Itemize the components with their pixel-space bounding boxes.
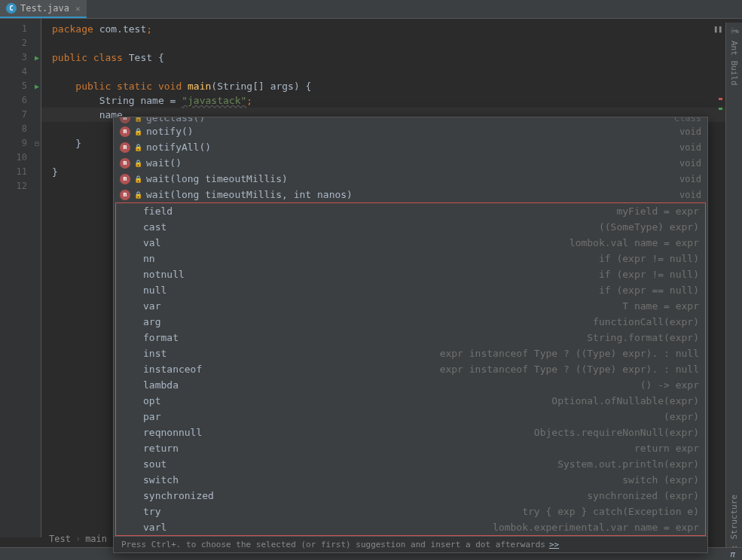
- completion-item-template[interactable]: switchswitch (expr): [116, 472, 705, 488]
- line-number: 5: [0, 79, 27, 93]
- completion-item-template[interactable]: argfunctionCall(expr): [116, 314, 705, 330]
- lock-icon: 🔒: [134, 160, 142, 167]
- run-icon[interactable]: ▶: [35, 50, 39, 65]
- completion-item-name: wait(long timeoutMillis): [146, 173, 288, 184]
- template-name: return: [143, 443, 179, 454]
- completion-item-template[interactable]: trytry { exp } catch(Exception e): [116, 504, 705, 519]
- completion-item-method[interactable]: m🔒wait()void: [114, 155, 707, 171]
- structure-tool[interactable]: 7: Structure: [729, 495, 739, 554]
- editor-tab[interactable]: C Test.java ✕: [0, 0, 87, 18]
- punct: ;: [246, 95, 252, 106]
- punct: {: [306, 81, 312, 92]
- completion-popup: m🔒getClass()Classm🔒notify()voidm🔒notifyA…: [113, 117, 708, 553]
- completion-item-method[interactable]: m🔒wait(long timeoutMillis, int nanos)voi…: [114, 187, 707, 202]
- breadcrumb-class[interactable]: Test: [49, 534, 71, 544]
- var: name: [140, 95, 163, 106]
- template-expansion: if (expr == null): [599, 285, 699, 296]
- template-expansion: Objects.requireNonNull(expr): [534, 427, 699, 438]
- template-name: null: [143, 285, 166, 296]
- completion-item-template[interactable]: nnif (expr != null): [116, 251, 705, 266]
- line-number: 4: [0, 65, 27, 79]
- string-literal: "javastack": [182, 95, 246, 106]
- completion-item-template[interactable]: reqnonnullObjects.requireNonNull(expr): [116, 425, 705, 440]
- method-icon: m: [120, 117, 130, 123]
- completion-item-template[interactable]: nullif (expr == null): [116, 282, 705, 298]
- fold-icon[interactable]: ⊟: [35, 136, 39, 151]
- completion-item-template[interactable]: notnullif (expr != null): [116, 266, 705, 282]
- line-number: 11: [0, 165, 27, 179]
- completion-item-template[interactable]: cast((SomeType) expr): [116, 219, 705, 235]
- completion-item-type: void: [679, 174, 701, 184]
- line-number: 2: [0, 36, 27, 50]
- template-name: format: [143, 332, 179, 343]
- breadcrumb-method[interactable]: main: [85, 534, 107, 544]
- template-expansion: ((SomeType) expr): [599, 221, 699, 233]
- completion-item-name: wait(): [146, 157, 182, 169]
- completion-item-template[interactable]: varT name = expr: [116, 298, 705, 314]
- chevron-right-icon: ›: [75, 534, 81, 544]
- run-icon[interactable]: ▶: [35, 79, 39, 93]
- completion-item-method[interactable]: m🔒wait(long timeoutMillis)void: [114, 171, 707, 187]
- completion-item-template[interactable]: varllombok.experimental.var name = expr: [116, 519, 705, 535]
- template-expansion: myField = expr: [616, 205, 699, 217]
- completion-item-template[interactable]: vallombok.val name = expr: [116, 235, 705, 251]
- completion-item-template[interactable]: lambda() -> expr: [116, 377, 705, 393]
- hint-text: Press Ctrl+. to choose the selected (or …: [121, 540, 545, 549]
- completion-item-method[interactable]: m🔒getClass()Class: [114, 117, 707, 123]
- line-gutter: 1 2 3 4 5 6 7 8 9 10 11 12 ▶ ▶ ⊟: [0, 19, 41, 537]
- completion-item-template[interactable]: soutSystem.out.println(expr): [116, 456, 705, 472]
- completion-item-template[interactable]: instanceofexpr instanceof Type ? ((Type)…: [116, 361, 705, 377]
- method-icon: m: [120, 190, 130, 200]
- lock-icon: 🔒: [134, 144, 142, 151]
- completion-item-type: void: [679, 142, 701, 153]
- template-expansion: if (expr != null): [599, 253, 699, 264]
- line-number: 9: [0, 136, 27, 151]
- completion-item-template[interactable]: optOptional.ofNullable(expr): [116, 393, 705, 409]
- template-name: reqnonnull: [143, 427, 202, 438]
- completion-item-type: Class: [674, 117, 701, 123]
- completion-item-name: notifyAll(): [146, 142, 211, 153]
- type: String: [99, 95, 135, 106]
- completion-item-type: void: [679, 158, 701, 169]
- ant-icon: 🐜: [730, 26, 739, 35]
- template-name: arg: [143, 316, 160, 327]
- hint-more-link[interactable]: >>: [549, 540, 559, 549]
- template-name: inst: [143, 348, 166, 359]
- params: (String[] args): [211, 81, 299, 92]
- ant-build-tool[interactable]: Ant Build: [729, 41, 739, 86]
- lock-icon: 🔒: [134, 117, 142, 122]
- error-mark[interactable]: [719, 98, 722, 100]
- completion-item-template[interactable]: returnreturn expr: [116, 440, 705, 456]
- tab-bar: C Test.java ✕: [0, 0, 742, 19]
- template-name: opt: [143, 395, 160, 406]
- popup-hint-footer: Press Ctrl+. to choose the selected (or …: [114, 536, 707, 552]
- keyword: class: [93, 52, 123, 63]
- template-expansion: synchronized (expr): [587, 490, 699, 501]
- postfix-template-section: fieldmyField = exprcast((SomeType) expr)…: [115, 202, 706, 536]
- completion-item-template[interactable]: instexpr instanceof Type ? ((Type) expr)…: [116, 345, 705, 361]
- completion-item-template[interactable]: synchronizedsynchronized (expr): [116, 488, 705, 504]
- keyword: package: [52, 23, 93, 35]
- template-name: try: [143, 506, 160, 517]
- completion-item-method[interactable]: m🔒notify()void: [114, 123, 707, 139]
- class-name: Test: [129, 52, 152, 63]
- template-expansion: T name = expr: [622, 300, 699, 312]
- completion-item-type: void: [679, 190, 701, 200]
- keyword: public: [52, 52, 87, 63]
- template-name: cast: [143, 221, 166, 233]
- completion-item-template[interactable]: formatString.format(expr): [116, 330, 705, 345]
- line-number: 7: [0, 108, 27, 122]
- line-number: 12: [0, 179, 27, 193]
- completion-item-template[interactable]: fieldmyField = expr: [116, 203, 705, 219]
- template-name: sout: [143, 458, 166, 470]
- completion-item-template[interactable]: par(expr): [116, 409, 705, 425]
- ok-mark[interactable]: [719, 108, 722, 110]
- close-icon[interactable]: ✕: [75, 4, 81, 14]
- template-name: var: [143, 300, 160, 312]
- method-icon: m: [120, 158, 130, 169]
- line-number: 3: [0, 50, 27, 65]
- pi-icon[interactable]: π: [729, 549, 734, 559]
- breadcrumb: Test › main: [41, 531, 115, 546]
- completion-item-method[interactable]: m🔒notifyAll()void: [114, 139, 707, 155]
- line-number: 8: [0, 122, 27, 136]
